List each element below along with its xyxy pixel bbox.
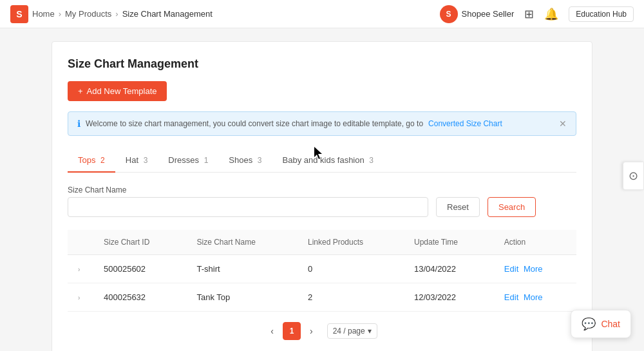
add-new-template-button[interactable]: + Add New Template <box>68 81 167 101</box>
table-row: › 500025602 T-shirt 0 13/04/2022 Edit Mo… <box>68 255 576 283</box>
more-link-1[interactable]: More <box>524 264 543 274</box>
size-chart-table: Size Chart ID Size Chart Name Linked Pro… <box>68 230 576 312</box>
search-input[interactable] <box>68 197 428 217</box>
nav-right: S Shopee Seller ⊞ 🔔 Education Hub <box>440 5 634 23</box>
tab-dresses[interactable]: Dresses 1 <box>158 149 218 173</box>
chat-icon: 💬 <box>582 317 596 331</box>
col-action: Action <box>494 230 576 255</box>
table-body: › 500025602 T-shirt 0 13/04/2022 Edit Mo… <box>68 255 576 312</box>
seller-logo: S <box>440 5 458 23</box>
cell-id-2: 400025632 <box>93 283 186 312</box>
size-chart-card: Size Chart Management + Add New Template… <box>52 41 592 351</box>
search-button[interactable]: Search <box>488 197 536 217</box>
tab-tops-label: Tops <box>78 155 95 165</box>
table-header: Size Chart ID Size Chart Name Linked Pro… <box>68 230 576 255</box>
shopee-seller-info: S Shopee Seller <box>440 5 515 23</box>
tab-shoes-count: 3 <box>258 156 262 165</box>
cell-name-1: T-shirt <box>186 255 297 283</box>
col-linked: Linked Products <box>298 230 404 255</box>
col-id: Size Chart ID <box>93 230 186 255</box>
page-title: Size Chart Management <box>68 57 576 71</box>
tab-baby-kids[interactable]: Baby and kids fashion 3 <box>272 149 384 173</box>
education-hub-button[interactable]: Education Hub <box>569 6 634 22</box>
more-link-2[interactable]: More <box>524 292 543 302</box>
breadcrumb: Home › My Products › Size Chart Manageme… <box>32 9 213 19</box>
tab-dresses-label: Dresses <box>168 155 199 165</box>
pagination: ‹ 1 › 24 / page ▾ <box>68 312 576 343</box>
top-navigation: S Home › My Products › Size Chart Manage… <box>0 0 644 28</box>
monitor-icon: ⊙ <box>629 169 638 182</box>
converted-size-chart-link[interactable]: Converted Size Chart <box>428 119 502 128</box>
category-tabs: Tops 2 Hat 3 Dresses 1 Shoes 3 Baby and … <box>68 149 576 173</box>
add-btn-label: Add New Template <box>87 86 157 96</box>
bell-icon[interactable]: 🔔 <box>544 7 558 21</box>
cell-updated-1: 13/04/2022 <box>404 255 494 283</box>
row-expand-icon-1[interactable]: › <box>78 266 80 273</box>
breadcrumb-home[interactable]: Home <box>32 9 55 19</box>
info-banner: ℹ Welcome to size chart management, you … <box>68 111 576 136</box>
breadcrumb-sep-1: › <box>59 9 61 19</box>
breadcrumb-current: Size Chart Management <box>122 9 213 19</box>
cell-linked-1: 0 <box>298 255 404 283</box>
prev-page-button[interactable]: ‹ <box>267 323 278 339</box>
table-row: › 400025632 Tank Top 2 12/03/2022 Edit M… <box>68 283 576 312</box>
chat-button[interactable]: 💬 Chat <box>571 310 631 338</box>
tab-baby-kids-count: 3 <box>369 156 374 165</box>
edit-link-1[interactable]: Edit <box>504 264 518 274</box>
chat-label: Chat <box>601 319 620 329</box>
seller-name: Shopee Seller <box>462 9 515 19</box>
info-icon: ℹ <box>77 119 80 129</box>
plus-icon: + <box>78 86 83 96</box>
shopee-logo: S <box>10 5 28 23</box>
col-name: Size Chart Name <box>186 230 297 255</box>
per-page-selector[interactable]: 24 / page ▾ <box>327 323 377 339</box>
next-page-button[interactable]: › <box>306 323 317 339</box>
banner-close-button[interactable]: ✕ <box>559 119 567 129</box>
search-label: Size Chart Name <box>68 185 428 194</box>
breadcrumb-my-products[interactable]: My Products <box>65 9 111 19</box>
tab-shoes-label: Shoes <box>229 155 252 165</box>
tab-hat[interactable]: Hat 3 <box>115 149 158 173</box>
page-1-button[interactable]: 1 <box>283 322 301 340</box>
grid-icon[interactable]: ⊞ <box>524 7 534 21</box>
edit-link-2[interactable]: Edit <box>504 292 518 302</box>
per-page-label: 24 / page <box>333 327 365 336</box>
tab-shoes[interactable]: Shoes 3 <box>218 149 272 173</box>
tab-hat-count: 3 <box>144 156 148 165</box>
search-field: Size Chart Name <box>68 185 428 217</box>
tab-hat-label: Hat <box>126 155 138 165</box>
row-expand-icon-2[interactable]: › <box>78 294 80 301</box>
search-row: Size Chart Name Reset Search <box>68 185 576 217</box>
banner-message: Welcome to size chart management, you co… <box>86 119 423 128</box>
per-page-chevron-icon: ▾ <box>368 327 372 336</box>
cell-updated-2: 12/03/2022 <box>404 283 494 312</box>
cell-action-1: Edit More <box>494 255 576 283</box>
cell-linked-2: 2 <box>298 283 404 312</box>
col-updated: Update Time <box>404 230 494 255</box>
tab-baby-kids-label: Baby and kids fashion <box>283 155 365 165</box>
col-expand <box>68 230 93 255</box>
main-content: Size Chart Management + Add New Template… <box>0 28 644 351</box>
breadcrumb-sep-2: › <box>115 9 118 19</box>
monitor-button[interactable]: ⊙ <box>623 162 644 190</box>
tab-dresses-count: 1 <box>204 156 209 165</box>
reset-button[interactable]: Reset <box>436 197 480 217</box>
cell-action-2: Edit More <box>494 283 576 312</box>
tab-tops-count: 2 <box>100 156 105 165</box>
cell-id-1: 500025602 <box>93 255 186 283</box>
cell-name-2: Tank Top <box>186 283 297 312</box>
tab-tops[interactable]: Tops 2 <box>68 149 115 173</box>
